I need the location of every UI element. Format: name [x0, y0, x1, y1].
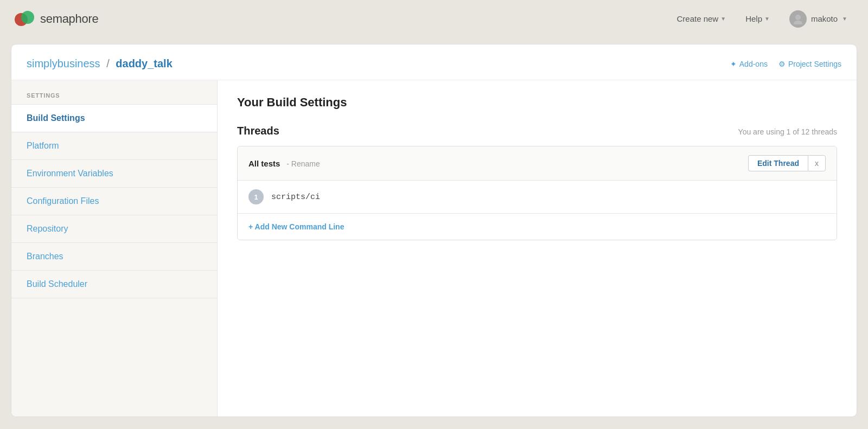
sidebar-item-build-settings[interactable]: Build Settings — [11, 105, 217, 132]
thread-card-header: All tests - Rename Edit Thread x — [238, 146, 837, 181]
user-menu[interactable]: makoto ▼ — [782, 7, 855, 31]
breadcrumb-separator: / — [106, 57, 110, 69]
add-command-line-area: + Add New Command Line — [238, 214, 837, 240]
thread-card: All tests - Rename Edit Thread x 1 — [237, 146, 837, 240]
sidebar-item-repository[interactable]: Repository — [11, 215, 217, 243]
topnav-actions: Create new ▼ Help ▼ makoto ▼ — [669, 7, 856, 31]
threads-count: You are using 1 of 12 threads — [738, 127, 837, 136]
avatar-icon — [793, 14, 803, 24]
sidebar-section-label: SETTINGS — [11, 80, 217, 105]
addons-icon: ✦ — [730, 60, 737, 68]
thread-title-area: All tests - Rename — [248, 159, 320, 168]
logo[interactable]: semaphore — [13, 8, 98, 30]
semaphore-logo-icon — [13, 8, 36, 30]
main-content: Your Build Settings Threads You are usin… — [218, 80, 857, 417]
svg-point-1 — [21, 11, 34, 24]
cmd-text: scripts/ci — [271, 193, 320, 202]
svg-point-2 — [795, 15, 801, 20]
thread-rename-link[interactable]: - Rename — [286, 159, 320, 168]
thread-name: All tests — [248, 159, 280, 168]
sidebar-item-environment-variables[interactable]: Environment Variables — [11, 160, 217, 188]
svg-point-3 — [794, 21, 802, 24]
settings-icon: ⚙ — [778, 60, 786, 68]
user-menu-caret-icon: ▼ — [842, 16, 847, 22]
sidebar-item-build-scheduler[interactable]: Build Scheduler — [11, 271, 217, 298]
create-new-caret-icon: ▼ — [720, 16, 726, 22]
edit-thread-button[interactable]: Edit Thread — [748, 155, 808, 171]
help-button[interactable]: Help ▼ — [738, 11, 777, 27]
sidebar-item-branches[interactable]: Branches — [11, 243, 217, 271]
threads-header: Threads You are using 1 of 12 threads — [237, 125, 837, 137]
breadcrumb: simplybusiness / daddy_talk — [27, 57, 173, 70]
cmd-number: 1 — [248, 189, 264, 204]
card-header: simplybusiness / daddy_talk ✦ Add-ons ⚙ … — [11, 44, 857, 80]
help-caret-icon: ▼ — [764, 16, 770, 22]
sidebar-item-configuration-files[interactable]: Configuration Files — [11, 188, 217, 215]
avatar — [789, 10, 807, 28]
page-title: Your Build Settings — [237, 95, 837, 110]
card-header-actions: ✦ Add-ons ⚙ Project Settings — [730, 60, 841, 68]
thread-actions: Edit Thread x — [748, 155, 826, 171]
project-settings-link[interactable]: ⚙ Project Settings — [778, 60, 841, 68]
command-line-item: 1 scripts/ci — [238, 181, 837, 214]
main-card: simplybusiness / daddy_talk ✦ Add-ons ⚙ … — [11, 44, 857, 417]
add-command-line-link[interactable]: + Add New Command Line — [248, 222, 344, 231]
create-new-button[interactable]: Create new ▼ — [669, 11, 734, 27]
card-body: SETTINGS Build Settings Platform Environ… — [11, 80, 857, 417]
breadcrumb-org[interactable]: simplybusiness — [27, 57, 100, 69]
sidebar: SETTINGS Build Settings Platform Environ… — [11, 80, 218, 417]
breadcrumb-repo[interactable]: daddy_talk — [116, 57, 172, 69]
main-wrapper: simplybusiness / daddy_talk ✦ Add-ons ⚙ … — [0, 37, 868, 428]
delete-thread-button[interactable]: x — [808, 155, 826, 171]
sidebar-item-platform[interactable]: Platform — [11, 132, 217, 160]
addons-link[interactable]: ✦ Add-ons — [730, 60, 768, 68]
threads-title: Threads — [237, 125, 279, 137]
app-name: semaphore — [40, 12, 98, 26]
top-nav: semaphore Create new ▼ Help ▼ makoto ▼ — [0, 0, 868, 37]
